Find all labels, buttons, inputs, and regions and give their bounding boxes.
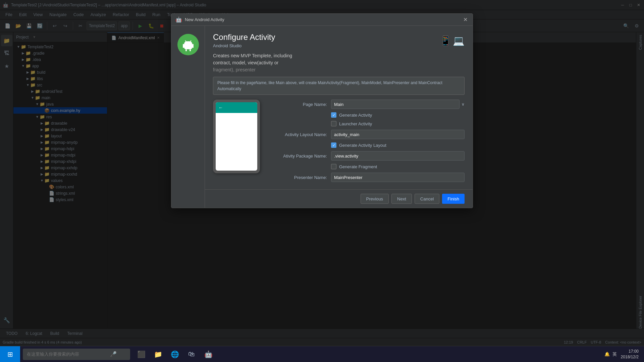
dialog-heading-group: Configure Activity Android Studio (213, 33, 275, 48)
taskbar-search-box[interactable]: 🎤 (23, 349, 130, 360)
back-arrow-icon: ← (218, 105, 223, 110)
svg-rect-2 (183, 44, 184, 48)
launcher-activity-label: Launcher Activity (339, 121, 372, 126)
microphone-icon[interactable]: 🎤 (110, 351, 117, 357)
page-name-input[interactable] (331, 100, 460, 109)
dialog-description: Creates new MVP Templete, including cont… (213, 52, 465, 73)
phone-screen: ← (216, 102, 257, 171)
dialog-titlebar: 🤖 New Android Activity ✕ (171, 14, 473, 26)
new-activity-dialog: 🤖 New Android Activity ✕ (171, 13, 473, 208)
generate-activity-label: Generate Activity (339, 113, 372, 118)
next-button[interactable]: Next (391, 194, 412, 204)
activity-layout-name-row: Activity Layout Name: (273, 130, 465, 139)
previous-button[interactable]: Previous (361, 194, 389, 204)
system-tray: 🔔 英 (604, 351, 617, 357)
tablet-icon: 💻 (453, 35, 465, 46)
taskbar-time-value: 17:00 (621, 349, 639, 354)
taskbar-clock: 17:00 2018/12/2 (621, 349, 639, 360)
dialog-header: Configure Activity Android Studio 📱 💻 (205, 26, 473, 48)
generate-fragment-checkbox[interactable] (331, 164, 336, 169)
generate-activity-layout-row: Generate Activity Layout (273, 142, 465, 148)
taskbar-right: 🔔 英 17:00 2018/12/2 (604, 349, 644, 360)
form-with-preview: ← Page Name: (213, 100, 465, 185)
language-indicator[interactable]: 英 (612, 351, 617, 357)
launcher-activity-row: Launcher Activity (273, 121, 465, 126)
generate-fragment-row: Generate Fragment (273, 164, 465, 169)
page-name-row: Page Name: ∨ (273, 100, 465, 109)
phone-frame: ← (213, 100, 260, 173)
presenter-name-row: Presenter Name: (273, 173, 465, 182)
finish-button[interactable]: Finish (442, 194, 465, 204)
dialog-body: Configure Activity Android Studio 📱 💻 Cr… (171, 26, 473, 208)
presenter-name-input[interactable] (331, 173, 465, 182)
dialog-title: New Android Activity (185, 17, 462, 22)
store-taskbar[interactable]: 🛍 (184, 347, 199, 361)
form-container: Page Name: ∨ Generate Activity (273, 100, 465, 185)
activity-package-name-row: Ativity Package Name: (273, 151, 465, 161)
taskbar: ⊞ 🎤 ⬛ 📁 🌐 🛍 🤖 🔔 英 17:00 2018/12/2 (0, 346, 644, 362)
taskbar-search-input[interactable] (27, 352, 107, 357)
info-tooltip: Please fill in the pageName, like Main a… (213, 77, 465, 95)
activity-layout-name-input[interactable] (331, 130, 465, 139)
generate-activity-row: Generate Activity (273, 112, 465, 118)
presenter-name-label: Presenter Name: (273, 175, 327, 180)
android-studio-taskbar[interactable]: 🤖 (201, 347, 215, 361)
phone-preview: ← (213, 100, 260, 173)
dialog-icon: 🤖 (175, 16, 182, 23)
dialog-right-panel: Configure Activity Android Studio 📱 💻 Cr… (205, 26, 473, 208)
dialog-content: Creates new MVP Templete, including cont… (205, 48, 473, 189)
svg-rect-5 (190, 49, 191, 51)
generate-activity-checkbox[interactable] (331, 112, 336, 118)
android-icon (177, 34, 199, 55)
page-name-label: Page Name: (273, 102, 327, 107)
svg-rect-3 (192, 44, 194, 48)
dialog-heading: Configure Activity (213, 33, 275, 42)
modal-overlay: 🤖 New Android Activity ✕ (0, 0, 644, 346)
dialog-subtitle: Android Studio (213, 43, 275, 48)
notification-icon[interactable]: 🔔 (604, 352, 610, 357)
cancel-button[interactable]: Cancel (415, 194, 439, 204)
activity-package-name-input[interactable] (331, 151, 465, 161)
dialog-close-button[interactable]: ✕ (462, 16, 469, 23)
activity-layout-name-label: Activity Layout Name: (273, 132, 327, 137)
generate-activity-layout-checkbox[interactable] (331, 142, 336, 148)
taskbar-date-value: 2018/12/2 (621, 354, 639, 360)
phone-topbar: ← (216, 102, 257, 113)
dialog-left-panel (171, 26, 205, 208)
dialog-footer: Previous Next Cancel Finish (205, 189, 473, 208)
task-view-button[interactable]: ⬛ (134, 347, 148, 361)
page-name-input-wrapper: ∨ (331, 100, 465, 109)
page-name-dropdown-arrow[interactable]: ∨ (462, 102, 465, 107)
phone-icon: 📱 (440, 35, 451, 46)
generate-activity-layout-label: Generate Activity Layout (339, 143, 386, 148)
edge-taskbar[interactable]: 🌐 (168, 347, 182, 361)
generate-fragment-label: Generate Fragment (339, 164, 377, 169)
start-button[interactable]: ⊞ (0, 346, 20, 362)
launcher-activity-checkbox[interactable] (331, 121, 336, 126)
file-explorer-taskbar[interactable]: 📁 (151, 347, 165, 361)
svg-rect-4 (185, 49, 187, 51)
activity-package-name-label: Ativity Package Name: (273, 154, 327, 159)
dialog-device-icons: 📱 💻 (440, 35, 465, 46)
taskbar-pinned-apps: ⬛ 📁 🌐 🛍 🤖 (134, 347, 215, 361)
